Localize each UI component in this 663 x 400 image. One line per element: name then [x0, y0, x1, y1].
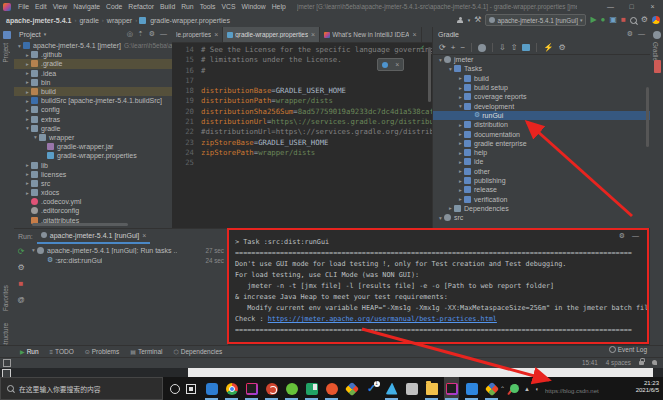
panel-settings-icon[interactable]: ⚙ [149, 30, 155, 38]
network-icon[interactable]: ▲ [524, 386, 530, 392]
gradle-item-publishing[interactable]: ▸publishing [433, 176, 650, 185]
refresh-icon[interactable]: ⟳ [439, 43, 446, 52]
rerun-icon[interactable]: ⟳ [18, 247, 25, 256]
chevron-icon[interactable]: ▸ [24, 79, 31, 85]
coverage-button[interactable]: ▣ [609, 13, 617, 27]
project-item-apache-jmeter-5-4-1-jmeter[interactable]: ▾apache-jmeter-5.4.1 [jmeter]G:\learn\h5… [14, 41, 172, 50]
plugin-icon[interactable] [652, 16, 660, 24]
chevron-icon[interactable]: ▸ [24, 98, 31, 104]
horizontal-scrollbar[interactable] [32, 223, 128, 226]
gradle-item-documentation[interactable]: ▸documentation [433, 129, 650, 138]
collapse-all-icon[interactable]: ⇧ [511, 43, 518, 52]
gradle-settings-icon[interactable]: ⚙ [558, 43, 565, 52]
lock-icon[interactable] [639, 361, 644, 365]
chevron-icon[interactable]: ▸ [24, 162, 31, 168]
project-stripe-tab[interactable]: Project [2, 43, 9, 63]
minimize-icon[interactable]: — [600, 0, 621, 13]
editor-scrollbar[interactable] [428, 47, 431, 102]
chevron-icon[interactable]: ▸ [457, 168, 464, 174]
volume-icon[interactable]: ◖ [535, 386, 539, 392]
tool-tab-problems[interactable]: ⊙Problems [85, 348, 120, 355]
console-link[interactable]: https://jmeter.apache.org/usermanual/bes… [268, 315, 497, 323]
tool-tab-todo[interactable]: ≡TODO [50, 348, 74, 355]
chevron-icon[interactable]: ▾ [437, 215, 444, 221]
taskbar-app-snail-app[interactable] [264, 377, 279, 400]
stop-button[interactable]: ■ [621, 13, 626, 27]
project-item-editorconfig[interactable]: .editorconfig [14, 206, 172, 215]
hide-panel-icon[interactable]: — [638, 30, 645, 38]
run-tab[interactable]: apache-jmeter-5.4.1 [runGui] × [37, 228, 151, 244]
favorites-stripe-tab[interactable]: Favorites [2, 285, 9, 311]
gradle-item-ide[interactable]: ▸ide [433, 157, 650, 166]
vertical-scrollbar[interactable] [646, 87, 649, 147]
chevron-icon[interactable]: ▾ [24, 125, 31, 131]
close-icon[interactable]: × [395, 61, 399, 68]
chevron-icon[interactable]: ▾ [16, 43, 23, 49]
close-icon[interactable]: × [642, 0, 663, 13]
taskbar-app-file-explorer[interactable] [424, 377, 439, 400]
menu-view[interactable]: View [50, 3, 71, 10]
project-stripe-icon[interactable] [3, 31, 11, 39]
breadcrumb-wrapper[interactable]: wrapper [105, 17, 134, 24]
taskbar-app-blue-tool-app[interactable] [464, 377, 479, 400]
chevron-icon[interactable]: ▸ [457, 150, 464, 156]
build-hammer-icon[interactable]: ⚒ [474, 13, 481, 27]
project-item-src[interactable]: ▸src [14, 179, 172, 188]
chevron-icon[interactable]: ▸ [457, 178, 464, 184]
debug-button[interactable]: ● [601, 13, 606, 27]
search-everywhere-icon[interactable] [630, 17, 637, 24]
hide-panel-icon[interactable]: — [160, 30, 167, 38]
menu-code[interactable]: Code [103, 3, 125, 10]
tool-window-switcher-icon[interactable] [3, 359, 11, 367]
taskbar-search-box[interactable]: 在这里输入你要搜索的内容 [0, 377, 163, 400]
editor-tab-gradle-wrapper-properties[interactable]: gradle-wrapper.properties× [223, 27, 320, 42]
chevron-icon[interactable]: ▸ [457, 75, 464, 81]
gradle-stripe-icon[interactable] [653, 31, 661, 39]
chevron-icon[interactable]: ▸ [24, 70, 31, 76]
project-item-codecov-yml[interactable]: .codecov.yml [14, 197, 172, 206]
close-tab-icon[interactable]: × [412, 31, 416, 38]
tray-green-app-icon[interactable] [510, 384, 519, 393]
chevron-icon[interactable]: ▸ [24, 107, 31, 113]
menu-vcs[interactable]: VCS [219, 3, 239, 10]
gradle-item-tasks[interactable]: ▾Tasks [433, 64, 650, 73]
gradle-icon[interactable] [478, 44, 486, 52]
taskbar-app-excel[interactable] [304, 377, 319, 400]
chevron-icon[interactable]: ▸ [24, 89, 31, 95]
project-item-gradle[interactable]: ▾gradle [14, 124, 172, 133]
event-log-button[interactable]: Event Log [609, 346, 647, 353]
chevron-icon[interactable]: ▸ [24, 171, 31, 177]
project-item-licenses[interactable]: ▸licenses [14, 170, 172, 179]
chevron-down-icon[interactable]: ▾ [44, 31, 47, 37]
settings-gear-icon[interactable]: ⚙ [641, 13, 648, 27]
locate-file-icon[interactable]: ◎ [127, 30, 133, 38]
chevron-icon[interactable]: ▸ [447, 205, 454, 211]
chevron-icon[interactable]: ▸ [24, 116, 31, 122]
close-tab-icon[interactable]: × [142, 232, 146, 239]
run-task-apache-jmeter-5-4-1-rungui-run-tasks[interactable]: ▾apache-jmeter-5.4.1 [runGui]: Run tasks… [28, 245, 228, 255]
menu-edit[interactable]: Edit [32, 3, 50, 10]
taskbar-app-thunder[interactable] [384, 377, 399, 400]
chevron-icon[interactable]: ▸ [457, 159, 464, 165]
indent-indicator[interactable]: 4 spaces [606, 359, 631, 366]
chevron-icon[interactable]: ▸ [457, 187, 464, 193]
caret-position[interactable]: 15:41 [582, 359, 598, 366]
menu-refactor[interactable]: Refactor [125, 3, 157, 10]
taskbar-app-green-app[interactable] [284, 377, 299, 400]
project-item-build[interactable]: ▸build [14, 87, 172, 96]
editor-tab-le-properties[interactable]: le.properties× [172, 27, 223, 42]
select-open-file-icon[interactable] [522, 44, 530, 51]
taskbar-app-office-diamond-app[interactable] [484, 377, 499, 400]
chevron-icon[interactable]: ▸ [24, 52, 31, 58]
remove-icon[interactable]: − [460, 43, 465, 52]
gradle-item-dependencies[interactable]: ▸Dependencies [433, 204, 650, 213]
breadcrumb-gradle-wrapper-properties[interactable]: gradle-wrapper.properties [148, 17, 232, 24]
gradle-item-rungui[interactable]: ⚙runGui [433, 111, 650, 120]
tool-tab-terminal[interactable]: ▤Terminal [130, 348, 162, 355]
gradle-item-gradle-enterprise[interactable]: ▸gradle enterprise [433, 139, 650, 148]
taskbar-app-gray-app[interactable] [404, 377, 419, 400]
maximize-icon[interactable]: □ [621, 0, 642, 13]
project-item-buildsrc-apache-jmeter-5-4-1-buildsrc[interactable]: ▸buildSrc [apache-jmeter-5.4.1.buildSrc] [14, 96, 172, 105]
highlighting-level-icon[interactable] [652, 360, 657, 365]
gradle-item-distribution[interactable]: ▸distribution [433, 120, 650, 129]
